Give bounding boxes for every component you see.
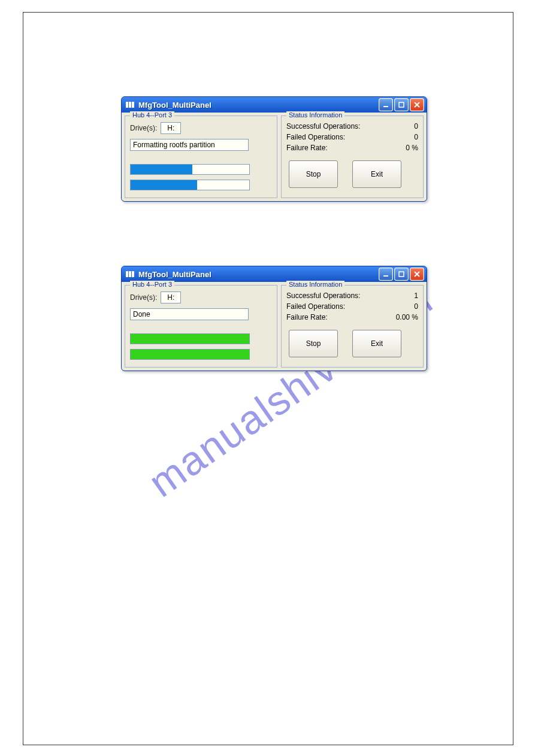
stat-value: 0 xyxy=(414,133,418,141)
status-field: Formatting rootfs partition xyxy=(130,139,249,151)
progress-bar-1 xyxy=(130,333,250,344)
progress-fill-2 xyxy=(131,180,197,190)
svg-rect-11 xyxy=(399,272,404,277)
stat-value: 0 % xyxy=(406,144,418,152)
window-title: MfgTool_MultiPanel xyxy=(138,270,211,279)
progress-fill-1 xyxy=(131,334,249,344)
maximize-icon xyxy=(398,271,404,277)
stop-button[interactable]: Stop xyxy=(289,160,338,188)
stat-label: Failed Operations: xyxy=(286,302,345,311)
app-icon xyxy=(125,269,135,279)
app-icon xyxy=(125,100,135,110)
maximize-button[interactable] xyxy=(394,98,409,111)
exit-button[interactable]: Exit xyxy=(352,330,401,357)
svg-rect-2 xyxy=(132,102,134,108)
hub-group: Hub 4--Port 3 Drive(s): H: Formatting ro… xyxy=(125,116,277,198)
stat-label: Successful Operations: xyxy=(286,292,360,300)
mfgtool-window-1: MfgTool_MultiPanel Hub 4--Port 3 Drive(s… xyxy=(121,96,427,202)
drives-label: Drive(s): xyxy=(130,293,157,302)
status-field: Done xyxy=(130,308,249,320)
minimize-button[interactable] xyxy=(379,98,393,111)
status-group: Status Information Successful Operations… xyxy=(281,285,424,368)
close-button[interactable] xyxy=(410,98,424,111)
progress-bar-2 xyxy=(130,349,250,360)
stop-button-label: Stop xyxy=(306,339,321,348)
svg-rect-1 xyxy=(129,102,131,108)
stat-label: Failed Operations: xyxy=(286,133,345,141)
close-icon xyxy=(414,271,420,277)
hub-group: Hub 4--Port 3 Drive(s): H: Done xyxy=(125,285,277,368)
window-title: MfgTool_MultiPanel xyxy=(138,101,211,110)
minimize-button[interactable] xyxy=(379,268,393,281)
stat-label: Successful Operations: xyxy=(286,122,360,130)
progress-bar-1 xyxy=(130,164,250,175)
progress-bar-2 xyxy=(130,180,250,190)
stat-value: 0 xyxy=(414,122,418,130)
stat-value: 0 xyxy=(414,302,418,311)
exit-button[interactable]: Exit xyxy=(352,160,401,188)
document-page: manualshive.com MfgTool_MultiPanel Hub 4… xyxy=(23,12,513,745)
progress-fill-1 xyxy=(131,165,192,174)
close-button[interactable] xyxy=(410,268,424,281)
drive-field[interactable]: H: xyxy=(161,292,181,303)
minimize-icon xyxy=(383,271,389,277)
status-group: Status Information Successful Operations… xyxy=(281,116,424,198)
svg-rect-10 xyxy=(383,275,388,277)
titlebar[interactable]: MfgTool_MultiPanel xyxy=(122,97,427,113)
drive-field[interactable]: H: xyxy=(161,122,181,134)
drives-label: Drive(s): xyxy=(130,124,157,132)
close-icon xyxy=(414,102,420,108)
hub-legend: Hub 4--Port 3 xyxy=(130,281,174,288)
stat-label: Failure Rate: xyxy=(286,313,328,321)
svg-rect-8 xyxy=(129,271,131,277)
exit-button-label: Exit xyxy=(371,170,383,178)
svg-rect-7 xyxy=(126,271,128,277)
hub-legend: Hub 4--Port 3 xyxy=(130,111,174,119)
mfgtool-window-2: MfgTool_MultiPanel Hub 4--Port 3 Drive(s… xyxy=(121,266,427,371)
exit-button-label: Exit xyxy=(371,339,383,348)
status-legend: Status Information xyxy=(286,281,344,288)
stat-value: 0.00 % xyxy=(396,313,418,321)
titlebar[interactable]: MfgTool_MultiPanel xyxy=(122,266,427,282)
svg-rect-4 xyxy=(399,102,404,107)
svg-rect-9 xyxy=(132,271,134,277)
stat-value: 1 xyxy=(414,292,418,300)
maximize-button[interactable] xyxy=(394,268,409,281)
stop-button-label: Stop xyxy=(306,170,321,178)
progress-fill-2 xyxy=(131,350,249,359)
svg-rect-0 xyxy=(126,102,128,108)
status-legend: Status Information xyxy=(286,111,344,119)
stop-button[interactable]: Stop xyxy=(289,330,338,357)
stat-label: Failure Rate: xyxy=(286,144,328,152)
minimize-icon xyxy=(383,102,389,108)
maximize-icon xyxy=(398,102,404,108)
svg-rect-3 xyxy=(383,106,388,107)
